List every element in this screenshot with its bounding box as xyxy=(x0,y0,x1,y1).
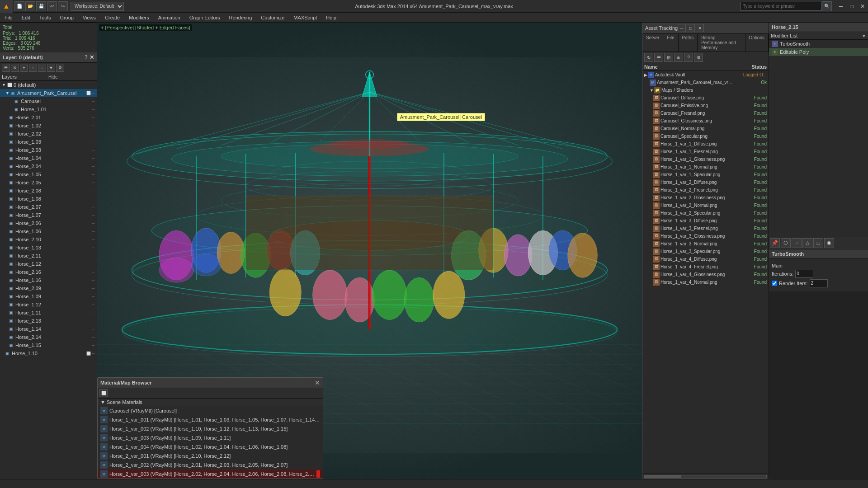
asset-tool-list[interactable]: ☰ xyxy=(654,53,663,62)
modifier-list-arrow[interactable]: ▼ xyxy=(862,33,866,38)
layer-item[interactable]: ▣ Horse_1.02 ··· xyxy=(0,122,97,130)
search-input[interactable] xyxy=(741,2,822,11)
asset-group-vault[interactable]: ▶ V Autodesk Vault Logged O... xyxy=(642,71,769,79)
layer-move-down-btn[interactable]: ↓ xyxy=(38,64,46,72)
material-row[interactable]: V Horse_1_var_002 (VRayMtl) [Horse_1.10,… xyxy=(98,424,323,433)
asset-map-item[interactable]: 🖼 Horse_1_var_3_Normal.png Found xyxy=(642,240,769,248)
asset-map-item[interactable]: 🖼 Horse_1_var_2_Glossiness.png Found xyxy=(642,194,769,202)
menu-edit[interactable]: Edit xyxy=(19,14,33,21)
asset-tool-grid[interactable]: ⊞ xyxy=(664,53,673,62)
asset-map-item[interactable]: 🖼 Horse_1_var_4_Diffuse.png Found xyxy=(642,255,769,263)
layer-item[interactable]: ▣ Horse_1.05 ··· xyxy=(0,170,97,178)
redo-button[interactable]: ↪ xyxy=(58,1,68,11)
asset-item-file[interactable]: M Amusment_Park_Carousel_max_vray.max Ok xyxy=(642,79,769,86)
save-button[interactable]: 💾 xyxy=(36,1,46,11)
rt-pin-btn[interactable]: 📌 xyxy=(770,238,780,248)
asset-map-item[interactable]: 🖼 Carousel_Normal.png Found xyxy=(642,125,769,132)
layer-item[interactable]: ▣ Horse_1.13 ··· xyxy=(0,244,97,252)
layer-item[interactable]: ▣ Horse_1.15 ··· xyxy=(0,341,97,349)
rt-poly-btn[interactable]: □ xyxy=(813,238,823,248)
asset-panel-maximize[interactable]: □ xyxy=(687,24,695,32)
mb-tool-1[interactable]: ⬜ xyxy=(99,389,108,397)
asset-map-item[interactable]: 🖼 Horse_1_var_3_Fresnel.png Found xyxy=(642,225,769,232)
material-row[interactable]: V Carousel (VRayMtl) [Carousel] xyxy=(98,406,323,415)
layer-item[interactable]: ▣ Horse_2.07 ··· xyxy=(0,203,97,211)
layer-move-up-btn[interactable]: ↑ xyxy=(29,64,37,72)
layer-item[interactable]: ▣ Horse_2.08 ··· xyxy=(0,187,97,195)
layer-item[interactable]: ▣ Horse_2.02 ··· xyxy=(0,130,97,138)
search-button[interactable]: 🔍 xyxy=(822,1,832,11)
layer-item[interactable]: ▼ ⬜ 0 (default) xyxy=(0,81,97,89)
layer-item[interactable]: ▣ Horse_2.09 ··· xyxy=(0,284,97,292)
layer-new-btn[interactable]: ☰ xyxy=(2,64,10,72)
menu-file[interactable]: File xyxy=(2,14,15,21)
menu-maxscript[interactable]: MAXScript xyxy=(291,14,320,21)
layer-item[interactable]: ▼ ▣ Amusment_Park_Carousel ⬜ ··· xyxy=(0,89,97,97)
asset-tool-help[interactable]: ? xyxy=(684,53,693,62)
material-browser-close[interactable]: ✕ xyxy=(315,379,320,386)
asset-map-item[interactable]: 🖼 Carousel_Glossiness.png Found xyxy=(642,117,769,125)
menu-animation[interactable]: Animation xyxy=(156,14,183,21)
layer-item[interactable]: ▣ Horse_2.06 ··· xyxy=(0,219,97,227)
rt-face-btn[interactable]: △ xyxy=(802,238,812,248)
asset-map-item[interactable]: 🖼 Horse_1_var_1_Specular.png Found xyxy=(642,171,769,178)
layer-options-btn[interactable]: ⚙ xyxy=(56,64,64,72)
menu-rendering[interactable]: Rendering xyxy=(226,14,255,21)
material-row[interactable]: V Horse_2_var_002 (VRayMtl) [Horse_2.01,… xyxy=(98,460,323,469)
asset-panel-close[interactable]: ✕ xyxy=(696,24,704,32)
layer-item[interactable]: ▣ Horse_1.04 ··· xyxy=(0,154,97,162)
material-row[interactable]: V Horse_1_var_004 (VRayMtl) [Horse_1.02,… xyxy=(98,442,323,451)
menu-help[interactable]: Help xyxy=(323,14,339,21)
asset-map-item[interactable]: 🖼 Horse_1_var_3_Diffuse.png Found xyxy=(642,217,769,225)
ts-render-iters-input[interactable] xyxy=(810,279,828,287)
workspace-select[interactable]: Workspace: Default xyxy=(71,2,124,11)
asset-tab-options[interactable]: Options xyxy=(745,34,769,52)
ts-render-iters-checkbox[interactable] xyxy=(772,281,777,286)
menu-graph-editors[interactable]: Graph Editors xyxy=(187,14,223,21)
menu-create[interactable]: Create xyxy=(102,14,123,21)
asset-tool-settings[interactable]: ⚙ xyxy=(694,53,703,62)
menu-modifiers[interactable]: Modifiers xyxy=(126,14,152,21)
asset-map-item[interactable]: 🖼 Horse_1_var_2_Normal.png Found xyxy=(642,202,769,209)
asset-tab-paths[interactable]: Paths xyxy=(679,34,698,52)
undo-button[interactable]: ↩ xyxy=(47,1,57,11)
rt-edge-btn[interactable]: ⟋ xyxy=(792,238,802,248)
asset-map-item[interactable]: 🖼 Horse_1_var_1_Normal.png Found xyxy=(642,163,769,171)
layer-delete-btn[interactable]: ✕ xyxy=(11,64,19,72)
asset-tab-bitmap[interactable]: Bitmap Performance and Memory xyxy=(698,34,745,52)
layer-item[interactable]: ▣ Horse_2.13 ··· xyxy=(0,317,97,325)
material-row[interactable]: V Horse_1_var_003 (VRayMtl) [Horse_1.09,… xyxy=(98,433,323,442)
layer-item[interactable]: ▣ Horse_2.03 ··· xyxy=(0,146,97,154)
layer-item[interactable]: ▣ Horse_1.12 ··· xyxy=(0,260,97,268)
asset-map-item[interactable]: 🖼 Horse_1_var_1_Glossiness.png Found xyxy=(642,155,769,163)
material-row[interactable]: V Horse_1_var_001 (VRayMtl) [Horse_1.01,… xyxy=(98,415,323,424)
asset-tool-details[interactable]: ≡ xyxy=(674,53,683,62)
layer-item[interactable]: ▣ Horse_2.16 ··· xyxy=(0,268,97,276)
layer-item[interactable]: ▣ Horse_2.11 ··· xyxy=(0,252,97,260)
asset-panel-minimize[interactable]: ─ xyxy=(678,24,686,32)
layer-item[interactable]: ▣ Horse_1.11 ··· xyxy=(0,309,97,317)
layer-item[interactable]: ▣ Horse_1.12 ··· xyxy=(0,300,97,309)
layer-select-btn[interactable]: ▼ xyxy=(47,64,55,72)
layer-item[interactable]: ▣ Carousel ··· xyxy=(0,97,97,105)
asset-map-item[interactable]: 🖼 Horse_1_var_2_Diffuse.png Found xyxy=(642,178,769,186)
asset-map-item[interactable]: 🖼 Horse_1_var_1_Diffuse.png Found xyxy=(642,140,769,148)
open-button[interactable]: 📂 xyxy=(25,1,35,11)
asset-map-item[interactable]: 🖼 Carousel_Emissive.png Found xyxy=(642,102,769,109)
layer-item[interactable]: ▣ Horse_2.04 ··· xyxy=(0,162,97,170)
close-button[interactable]: ✕ xyxy=(857,0,868,13)
layer-item[interactable]: ▣ Horse_1.03 ··· xyxy=(0,138,97,146)
maximize-button[interactable]: □ xyxy=(846,0,857,13)
ts-iterations-input[interactable] xyxy=(795,270,813,278)
asset-map-item[interactable]: 🖼 Carousel_Diffuse.png Found xyxy=(642,94,769,102)
asset-map-item[interactable]: 🖼 Carousel_Fresnel.png Found xyxy=(642,109,769,117)
menu-tools[interactable]: Tools xyxy=(37,14,54,21)
asset-map-item[interactable]: 🖼 Horse_1_var_2_Specular.png Found xyxy=(642,209,769,217)
asset-map-item[interactable]: 🖼 Carousel_Specular.png Found xyxy=(642,132,769,140)
menu-group[interactable]: Group xyxy=(57,14,76,21)
new-button[interactable]: 📄 xyxy=(14,1,24,11)
asset-folder-maps[interactable]: ▼ 📁 Maps / Shaders xyxy=(642,86,769,94)
layer-item[interactable]: ▣ Horse_1.09 ··· xyxy=(0,292,97,300)
layer-item[interactable]: ▣ Horse_2.01 ··· xyxy=(0,113,97,122)
asset-map-item[interactable]: 🖼 Horse_1_var_4_Fresnel.png Found xyxy=(642,263,769,271)
